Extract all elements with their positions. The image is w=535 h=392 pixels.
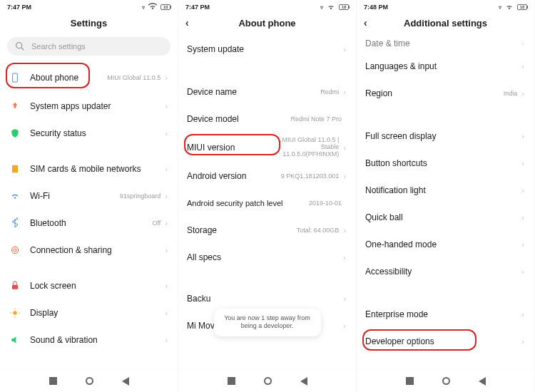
sim-icon xyxy=(9,163,21,175)
nav-back[interactable] xyxy=(122,377,129,386)
item-enterprise-mode[interactable]: Enterprise mode › xyxy=(357,301,534,328)
chevron-right-icon: › xyxy=(165,129,168,138)
chevron-right-icon: › xyxy=(521,310,524,319)
wifi-icon xyxy=(147,1,158,14)
shield-icon xyxy=(9,127,21,140)
item-lock-screen[interactable]: Lock screen › xyxy=(0,272,178,299)
chevron-right-icon: › xyxy=(165,102,168,110)
nav-home[interactable] xyxy=(442,377,450,385)
item-device-name[interactable]: Device name Redmi › xyxy=(178,78,356,105)
chevron-right-icon: › xyxy=(165,336,168,344)
item-languages-input[interactable]: Languages & input › xyxy=(357,53,534,80)
item-system-update[interactable]: System update › xyxy=(178,36,356,63)
item-security-status[interactable]: Security status › xyxy=(0,120,178,147)
svg-point-7 xyxy=(13,311,16,314)
chevron-right-icon: › xyxy=(343,45,346,53)
notif-icon: ▿ xyxy=(499,4,501,11)
page-title: Settings xyxy=(9,18,169,29)
svg-rect-3 xyxy=(12,165,18,173)
notif-icon: ▿ xyxy=(142,4,145,11)
item-system-apps-updater[interactable]: System apps updater › xyxy=(0,93,178,120)
wifi-icon-row xyxy=(9,190,21,202)
chevron-right-icon: › xyxy=(521,39,524,48)
chevron-right-icon: › xyxy=(343,321,346,330)
svg-point-5 xyxy=(14,249,16,252)
page-title: About phone xyxy=(187,18,347,29)
chevron-right-icon: › xyxy=(521,186,524,195)
nav-back[interactable] xyxy=(300,377,307,386)
chevron-right-icon: › xyxy=(521,337,524,346)
chevron-right-icon: › xyxy=(521,240,524,249)
chevron-right-icon: › xyxy=(343,226,346,234)
status-bar: 7:47 PM ▿ 18 xyxy=(178,0,356,13)
item-date-time[interactable]: Date & time › xyxy=(357,34,534,53)
item-notification-light[interactable]: Notification light › xyxy=(357,177,534,204)
item-quick-ball[interactable]: Quick ball › xyxy=(357,204,534,231)
page-title: Additional settings xyxy=(365,18,526,29)
item-accessibility[interactable]: Accessibility › xyxy=(357,258,534,285)
item-storage[interactable]: Storage Total: 64.00GB › xyxy=(178,217,356,244)
chevron-right-icon: › xyxy=(343,88,346,96)
item-android-version[interactable]: Android version 9 PKQ1.181203.001 › xyxy=(178,163,356,190)
battery-icon: 18 xyxy=(160,4,170,10)
item-security-patch[interactable]: Android security patch level 2019-10-01 xyxy=(178,190,356,217)
chevron-right-icon: › xyxy=(165,73,168,82)
item-bluetooth[interactable]: Bluetooth Off › xyxy=(0,210,178,237)
item-region[interactable]: Region India › xyxy=(357,80,534,107)
chevron-right-icon: › xyxy=(165,192,168,200)
header-settings: Settings xyxy=(0,13,178,33)
nav-home[interactable] xyxy=(86,377,93,385)
svg-line-1 xyxy=(21,48,24,50)
item-sim-cards[interactable]: SIM cards & mobile networks › xyxy=(0,155,178,182)
status-icons: ▿ 18 xyxy=(320,1,349,14)
wifi-icon xyxy=(504,1,515,14)
nav-bar xyxy=(0,369,178,392)
status-bar: 7:48 PM ▿ 18 xyxy=(357,0,534,13)
nav-recents[interactable] xyxy=(228,377,235,385)
status-time: 7:48 PM xyxy=(364,4,388,11)
item-display[interactable]: Display › xyxy=(0,299,178,326)
item-one-handed-mode[interactable]: One-handed mode › xyxy=(357,231,534,258)
item-device-model[interactable]: Device model Redmi Note 7 Pro xyxy=(178,105,356,133)
item-about-phone[interactable]: About phone MIUI Global 11.0.5 › xyxy=(0,63,178,93)
status-icons: ▿ 18 xyxy=(142,1,170,14)
developer-toast: You are now 1 step away from being a dev… xyxy=(214,309,321,336)
header-about: ‹ About phone xyxy=(178,13,356,33)
notif-icon: ▿ xyxy=(320,4,323,11)
nav-bar xyxy=(178,369,356,392)
header-additional: ‹ Additional settings xyxy=(357,13,534,33)
item-developer-options[interactable]: Developer options › xyxy=(357,328,534,355)
chevron-right-icon: › xyxy=(521,159,524,167)
back-button[interactable]: ‹ xyxy=(185,17,189,29)
item-button-shortcuts[interactable]: Button shortcuts › xyxy=(357,150,534,177)
chevron-right-icon: › xyxy=(521,89,524,98)
battery-icon: 18 xyxy=(339,4,349,10)
item-all-specs[interactable]: All specs › xyxy=(178,244,356,271)
lock-icon xyxy=(9,279,21,292)
nav-back[interactable] xyxy=(479,377,486,386)
svg-rect-6 xyxy=(12,285,18,289)
nav-recents[interactable] xyxy=(406,377,414,385)
status-bar: 7:47 PM ▿ 18 xyxy=(0,0,178,13)
item-full-screen-display[interactable]: Full screen display › xyxy=(357,123,534,150)
nav-bar xyxy=(357,369,534,392)
back-button[interactable]: ‹ xyxy=(364,17,367,29)
item-wifi[interactable]: Wi-Fi 91springboard › xyxy=(0,182,178,210)
nav-home[interactable] xyxy=(264,377,272,385)
nav-recents[interactable] xyxy=(49,377,57,385)
chevron-right-icon: › xyxy=(521,267,524,276)
chevron-right-icon: › xyxy=(165,282,168,290)
chevron-right-icon: › xyxy=(521,62,524,71)
phone-icon xyxy=(9,71,21,84)
item-sound-vibration[interactable]: Sound & vibration › xyxy=(0,326,178,354)
svg-point-0 xyxy=(16,43,22,48)
item-connection-sharing[interactable]: Connection & sharing › xyxy=(0,237,178,264)
status-icons: ▿ 18 xyxy=(499,1,527,14)
sound-icon xyxy=(9,334,21,346)
chevron-right-icon: › xyxy=(165,246,168,254)
item-miui-version[interactable]: MIUI version MIUI Global 11.0.5 | Stable… xyxy=(178,133,356,163)
search-input[interactable]: Search settings xyxy=(7,37,170,56)
chevron-right-icon: › xyxy=(343,253,346,262)
chevron-right-icon: › xyxy=(165,219,168,227)
wifi-icon xyxy=(325,1,337,14)
